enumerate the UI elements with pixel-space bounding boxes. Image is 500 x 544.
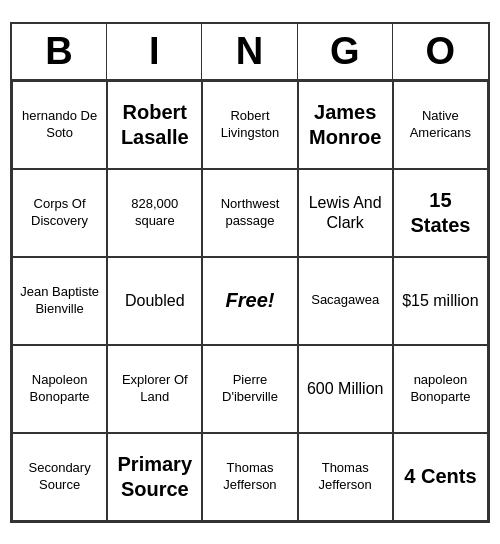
bingo-cell: 4 Cents [393, 433, 488, 521]
bingo-card: BINGO hernando De SotoRobert LasalleRobe… [10, 22, 490, 523]
bingo-cell: Corps Of Discovery [12, 169, 107, 257]
bingo-cell: Native Americans [393, 81, 488, 169]
bingo-cell: Sacagawea [298, 257, 393, 345]
header-letter: I [107, 24, 202, 79]
bingo-cell: Thomas Jefferson [202, 433, 297, 521]
bingo-cell: James Monroe [298, 81, 393, 169]
bingo-cell: Explorer Of Land [107, 345, 202, 433]
bingo-grid: hernando De SotoRobert LasalleRobert Liv… [12, 81, 488, 521]
bingo-cell: 828,000 square [107, 169, 202, 257]
header-letter: O [393, 24, 488, 79]
bingo-header: BINGO [12, 24, 488, 81]
bingo-cell: napoleon Bonoparte [393, 345, 488, 433]
bingo-cell: Secondary Source [12, 433, 107, 521]
bingo-cell: Pierre D'iberville [202, 345, 297, 433]
bingo-cell: Free! [202, 257, 297, 345]
header-letter: B [12, 24, 107, 79]
bingo-cell: 15 States [393, 169, 488, 257]
bingo-cell: Thomas Jefferson [298, 433, 393, 521]
bingo-cell: Jean Baptiste Bienville [12, 257, 107, 345]
header-letter: N [202, 24, 297, 79]
bingo-cell: Lewis And Clark [298, 169, 393, 257]
bingo-cell: Northwest passage [202, 169, 297, 257]
header-letter: G [298, 24, 393, 79]
bingo-cell: Robert Lasalle [107, 81, 202, 169]
bingo-cell: 600 Million [298, 345, 393, 433]
bingo-cell: Robert Livingston [202, 81, 297, 169]
bingo-cell: $15 million [393, 257, 488, 345]
bingo-cell: Napoleon Bonoparte [12, 345, 107, 433]
bingo-cell: Primary Source [107, 433, 202, 521]
bingo-cell: hernando De Soto [12, 81, 107, 169]
bingo-cell: Doubled [107, 257, 202, 345]
